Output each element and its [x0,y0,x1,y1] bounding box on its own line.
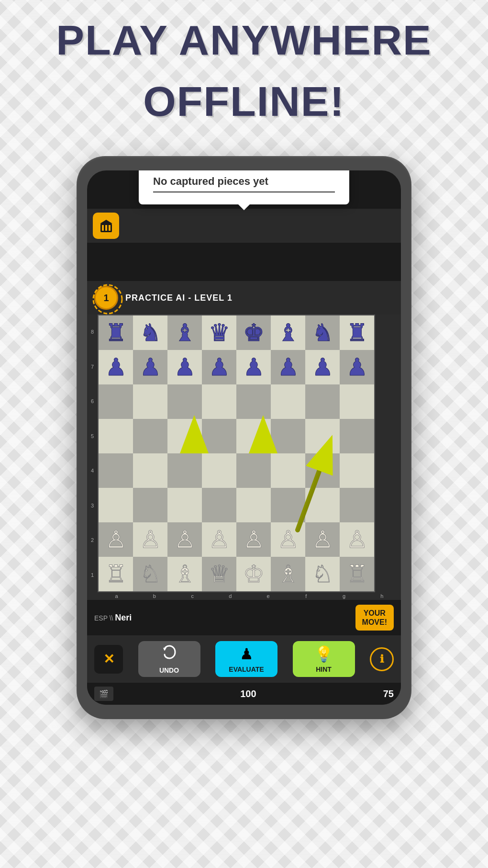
game-header: 1 PRACTICE AI - LEVEL 1 [87,281,401,315]
table-row[interactable] [305,419,340,453]
table-row[interactable] [202,384,236,419]
film-icon[interactable]: 🎬 [94,687,113,701]
title-line2: OFFLINE! [56,80,432,123]
svg-marker-10 [163,648,166,651]
chess-board-container: 8 7 6 5 4 3 2 1 [87,315,401,600]
table-row[interactable]: ♞ [133,316,167,350]
tooltip-popup: No captured pieces yet [139,170,349,204]
player-flag: ESP \\ [94,614,115,622]
table-row[interactable] [167,453,202,488]
table-row[interactable] [99,419,133,453]
chess-board[interactable]: ♜ ♞ ♝ ♛ ♚ ♝ [98,315,375,592]
score-2: 75 [383,688,394,699]
museum-icon-button[interactable] [93,213,119,239]
your-move-badge: YOURMOVE! [355,605,394,631]
player-name: Neri [115,613,132,622]
tooltip-text: No captured pieces yet [153,175,335,188]
page-title: PLAY ANYWHERE OFFLINE! [56,19,432,142]
table-row[interactable]: ♕ [202,557,236,591]
col-coord-b: b [137,593,172,599]
table-row[interactable]: ♝ [271,316,305,350]
table-row[interactable] [133,488,167,522]
table-row[interactable]: ♟ [202,350,236,384]
table-row[interactable]: ♗ [271,557,305,591]
table-row[interactable] [236,419,271,453]
table-row[interactable]: ♙ [236,522,271,557]
table-row[interactable]: ♙ [202,522,236,557]
table-row[interactable] [167,488,202,522]
phone-screen: No captured pieces yet [87,170,401,705]
table-row[interactable] [202,453,236,488]
svg-rect-1 [102,225,104,231]
table-row[interactable]: ♟ [133,350,167,384]
table-row[interactable]: ♟ [236,350,271,384]
table-row[interactable] [305,453,340,488]
table-row[interactable] [99,384,133,419]
table-row[interactable]: ♙ [133,522,167,557]
table-row[interactable]: ♙ [271,522,305,557]
table-row[interactable]: ♖ [99,557,133,591]
close-button[interactable]: ✕ [94,645,123,674]
table-row[interactable] [340,384,374,419]
table-row[interactable]: ♛ [202,316,236,350]
table-row[interactable] [271,488,305,522]
table-row[interactable]: ♙ [167,522,202,557]
hint-label: HINT [316,665,332,673]
col-coord-a: a [100,593,134,599]
table-row[interactable] [133,419,167,453]
table-row[interactable]: ♙ [305,522,340,557]
table-row[interactable] [99,488,133,522]
table-row[interactable] [340,419,374,453]
table-row[interactable]: ♙ [99,522,133,557]
table-row[interactable] [202,419,236,453]
table-row[interactable] [305,384,340,419]
row-coord-5: 5 [89,419,96,453]
hint-button[interactable]: 💡 HINT [293,641,355,677]
table-row[interactable]: ♟ [305,350,340,384]
col-coord-h: h [365,593,399,599]
info-button[interactable]: ℹ [370,647,394,671]
table-row[interactable] [340,453,374,488]
table-row[interactable]: ♜ [99,316,133,350]
table-row[interactable] [236,384,271,419]
table-row[interactable]: ♖ [340,557,374,591]
table-row[interactable] [271,453,305,488]
evaluate-button[interactable]: ♟ EVALUATE [215,641,277,677]
hint-icon: 💡 [314,645,333,663]
phone-frame: No captured pieces yet [77,156,411,719]
info-icon: ℹ [380,653,384,665]
table-row[interactable] [167,419,202,453]
table-row[interactable]: ♝ [167,316,202,350]
table-row[interactable]: ♘ [133,557,167,591]
col-coord-g: g [327,593,361,599]
table-row[interactable] [133,384,167,419]
table-row[interactable] [167,384,202,419]
table-row[interactable]: ♚ [236,316,271,350]
col-coord-d: d [213,593,247,599]
table-row[interactable]: ♟ [340,350,374,384]
chess-area: 8 7 6 5 4 3 2 1 [87,315,401,600]
row-coord-1: 1 [89,558,96,592]
table-row[interactable] [202,488,236,522]
undo-icon [161,644,177,664]
table-row[interactable] [305,488,340,522]
table-row[interactable]: ♞ [305,316,340,350]
table-row[interactable]: ♘ [305,557,340,591]
table-row[interactable]: ♟ [167,350,202,384]
undo-button[interactable]: UNDO [138,641,200,677]
table-row[interactable] [340,488,374,522]
table-row[interactable]: ♔ [236,557,271,591]
table-row[interactable] [99,453,133,488]
table-row[interactable]: ♟ [99,350,133,384]
table-row[interactable]: ♙ [340,522,374,557]
table-row[interactable]: ♗ [167,557,202,591]
table-row[interactable]: ♜ [340,316,374,350]
level-title: PRACTICE AI - LEVEL 1 [125,293,233,303]
table-row[interactable]: ♟ [271,350,305,384]
table-row[interactable] [236,488,271,522]
table-row[interactable] [271,419,305,453]
table-row[interactable] [236,453,271,488]
table-row[interactable] [133,453,167,488]
row-coord-3: 3 [89,488,96,523]
table-row[interactable] [271,384,305,419]
